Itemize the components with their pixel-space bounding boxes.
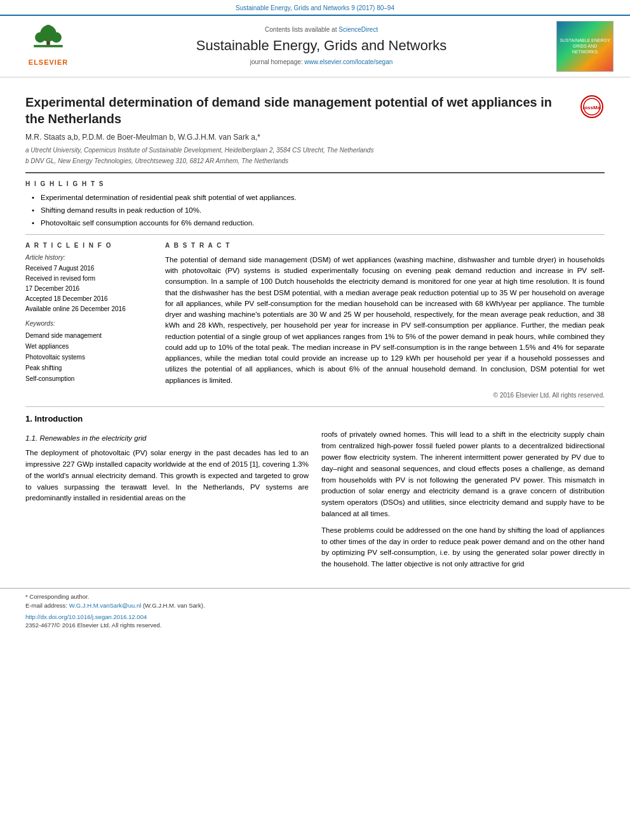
footnote-corresponding: * Corresponding author. bbox=[25, 592, 605, 601]
section-11-heading: 1.1. Renewables in the electricity grid bbox=[25, 433, 309, 444]
abstract-text: The potential of demand side management … bbox=[165, 255, 605, 386]
keywords-section: Keywords: Demand side management Wet app… bbox=[25, 319, 152, 384]
date-revised-label: Received in revised form bbox=[25, 274, 152, 284]
copyright: © 2016 Elsevier Ltd. All rights reserved… bbox=[165, 391, 605, 401]
journal-title: Sustainable Energy, Grids and Networks bbox=[93, 36, 550, 56]
body-para-1: The deployment of photovoltaic (PV) sola… bbox=[25, 448, 309, 504]
svg-point-5 bbox=[44, 25, 53, 34]
crossmark-badge: CrossMark bbox=[580, 95, 603, 118]
date-accepted: Accepted 18 December 2016 bbox=[25, 294, 152, 304]
date-received: Received 7 August 2016 bbox=[25, 263, 152, 274]
divider-1 bbox=[25, 234, 605, 235]
crossmark-icon: CrossMark bbox=[579, 94, 605, 119]
divider-2 bbox=[25, 406, 605, 407]
keyword-item: Demand side management bbox=[25, 330, 152, 341]
body-col-right: roofs of privately owned homes. This wil… bbox=[321, 429, 605, 575]
elsevier-text: ELSEVIER bbox=[29, 58, 68, 68]
footnote-email-name: (W.G.J.H.M. van Sark). bbox=[143, 602, 205, 609]
body-para-3: These problems could be addressed on the… bbox=[321, 525, 605, 570]
keyword-item: Peak shifting bbox=[25, 363, 152, 373]
journal-header: ELSEVIER Contents lists available at Sci… bbox=[0, 15, 630, 77]
highlight-item: Shifting demand results in peak reductio… bbox=[32, 205, 605, 216]
highlights-list: Experimental determination of residentia… bbox=[25, 192, 605, 228]
sciencedirect-line: Contents lists available at ScienceDirec… bbox=[93, 25, 550, 35]
info-abstract-section: A R T I C L E I N F O Article history: R… bbox=[25, 241, 605, 400]
elsevier-logo: ELSEVIER bbox=[10, 25, 86, 68]
journal-homepage-link[interactable]: www.elsevier.com/locate/segan bbox=[304, 58, 392, 65]
article-history: Article history: Received 7 August 2016 … bbox=[25, 253, 152, 315]
article-main: Experimental determination of demand sid… bbox=[0, 77, 630, 408]
date-revised: 17 December 2016 bbox=[25, 284, 152, 294]
elsevier-tree-icon bbox=[29, 25, 67, 57]
sciencedirect-link[interactable]: ScienceDirect bbox=[338, 26, 378, 33]
article-info: A R T I C L E I N F O Article history: R… bbox=[25, 241, 152, 400]
authors: M.R. Staats a,b, P.D.M. de Boer-Meulman … bbox=[25, 132, 605, 143]
keyword-item: Self-consumption bbox=[25, 373, 152, 384]
footnote-email-label: E-mail address: bbox=[25, 602, 67, 609]
svg-rect-0 bbox=[34, 44, 62, 47]
doi-link[interactable]: http://dx.doi.org/10.1016/j.segan.2016.1… bbox=[25, 613, 147, 620]
svg-text:CrossMark: CrossMark bbox=[583, 105, 601, 110]
publisher-logo-area: ELSEVIER bbox=[10, 25, 86, 68]
svg-point-3 bbox=[35, 32, 45, 42]
abstract-label: A B S T R A C T bbox=[165, 241, 605, 251]
affiliation-a: a Utrecht University, Copernicus Institu… bbox=[25, 145, 605, 155]
article-title: Experimental determination of demand sid… bbox=[25, 94, 573, 127]
affiliation-b: b DNV GL, New Energy Technologies, Utrec… bbox=[25, 156, 605, 166]
journal-cover-image: SUSTAINABLE ENERGY GRIDS AND NETWORKS bbox=[556, 21, 613, 72]
keywords-label: Keywords: bbox=[25, 319, 152, 329]
divider-thick bbox=[25, 172, 605, 173]
footnote-email-link[interactable]: W.G.J.H.M.vanSark@uu.nl bbox=[69, 602, 142, 609]
abstract-section: A B S T R A C T The potential of demand … bbox=[165, 241, 605, 400]
journal-cover: SUSTAINABLE ENERGY GRIDS AND NETWORKS bbox=[556, 21, 620, 72]
footnote-area: * Corresponding author. E-mail address: … bbox=[0, 588, 630, 630]
article-title-section: Experimental determination of demand sid… bbox=[25, 94, 605, 127]
highlight-item: Experimental determination of residentia… bbox=[32, 192, 605, 203]
body-section: 1. Introduction 1.1. Renewables in the e… bbox=[0, 413, 630, 575]
footnote-email: E-mail address: W.G.J.H.M.vanSark@uu.nl … bbox=[25, 601, 605, 610]
highlights-section: H I G H L I G H T S Experimental determi… bbox=[25, 180, 605, 229]
history-label: Article history: bbox=[25, 253, 152, 263]
section-1-heading: 1. Introduction bbox=[25, 413, 605, 425]
body-two-col: 1.1. Renewables in the electricity grid … bbox=[25, 429, 605, 575]
journal-homepage: journal homepage: www.elsevier.com/locat… bbox=[93, 58, 550, 67]
svg-point-4 bbox=[51, 32, 62, 42]
keyword-item: Photovoltaic systems bbox=[25, 352, 152, 363]
article-info-label: A R T I C L E I N F O bbox=[25, 241, 152, 251]
keyword-item: Wet appliances bbox=[25, 341, 152, 352]
highlights-label: H I G H L I G H T S bbox=[25, 180, 605, 189]
body-para-2: roofs of privately owned homes. This wil… bbox=[321, 429, 605, 520]
journal-top-label: Sustainable Energy, Grids and Networks 9… bbox=[0, 0, 630, 15]
journal-center: Contents lists available at ScienceDirec… bbox=[93, 25, 550, 67]
highlight-item: Photovoltaic self consumption accounts f… bbox=[32, 218, 605, 229]
body-col-left: 1.1. Renewables in the electricity grid … bbox=[25, 429, 309, 575]
issn-line: 2352-4677/© 2016 Elsevier Ltd. All right… bbox=[25, 621, 605, 630]
date-available: Available online 26 December 2016 bbox=[25, 304, 152, 314]
